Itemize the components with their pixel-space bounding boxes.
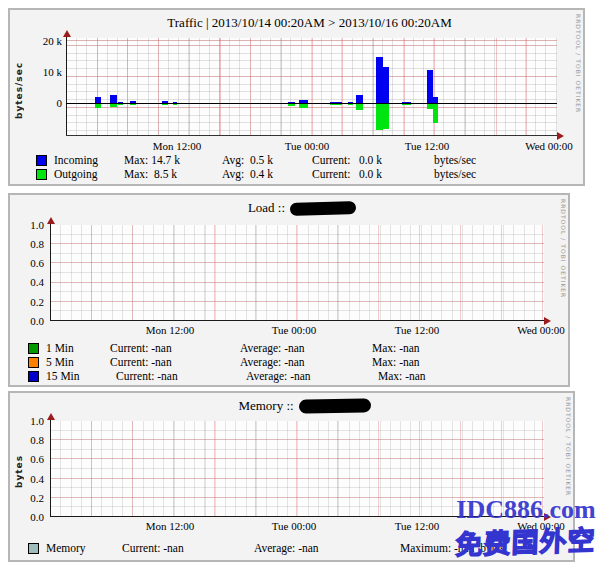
y-tick-20k: 20 k xyxy=(30,35,62,47)
memory-title: Memory :: xyxy=(23,398,586,414)
incoming-bar xyxy=(433,97,438,103)
y-tick: 0.8 xyxy=(18,434,44,446)
incoming-bar xyxy=(402,102,411,103)
x-tick-tue12: Tue 12:00 xyxy=(385,324,449,336)
memory-legend: Memory Current: -nan Average: -nan Maxim… xyxy=(28,541,504,555)
incoming-bar xyxy=(173,102,177,103)
y-tick: 0.4 xyxy=(18,473,44,485)
redaction-blob xyxy=(290,201,356,216)
y-tick: 0.4 xyxy=(18,276,44,288)
incoming-bar xyxy=(130,101,136,103)
y-tick-10k: 10 k xyxy=(30,66,62,78)
legend-avg: Avg: 0.4 k xyxy=(222,168,312,180)
incoming-bar xyxy=(95,97,101,103)
legend-average: Average: -nan xyxy=(246,370,378,382)
incoming-bar xyxy=(288,102,295,103)
y-axis-arrow-icon xyxy=(63,26,71,37)
traffic-plot xyxy=(66,38,557,136)
legend-current: Current: 0.0 k xyxy=(312,154,434,166)
outgoing-bar xyxy=(356,104,363,110)
y-axis-line xyxy=(66,33,67,136)
x-axis-line xyxy=(50,320,544,321)
y-tick-0: 0 xyxy=(30,97,62,109)
y-tick: 0.6 xyxy=(18,257,44,269)
y-tick: 1.0 xyxy=(18,219,44,231)
5min-swatch-icon xyxy=(28,357,39,368)
incoming-bar xyxy=(118,102,123,103)
legend-label: 5 Min xyxy=(46,356,110,368)
legend-unit: bytes/sec xyxy=(434,168,476,180)
zero-line xyxy=(66,103,557,104)
legend-label: 1 Min xyxy=(46,342,110,354)
legend-row-memory: Memory Current: -nan Average: -nan Maxim… xyxy=(28,541,504,555)
y-axis-line xyxy=(50,220,51,321)
legend-max: Max: -nan xyxy=(372,356,420,368)
outgoing-bar xyxy=(162,104,168,105)
y-tick: 0.6 xyxy=(18,453,44,465)
redaction-blob xyxy=(299,398,371,413)
y-axis-line xyxy=(50,416,51,517)
1min-swatch-icon xyxy=(28,343,39,354)
outgoing-bar xyxy=(348,104,353,105)
legend-row-1min: 1 Min Current: -nan Average: -nan Max: -… xyxy=(28,341,426,355)
y-tick: 1.0 xyxy=(18,415,44,427)
15min-swatch-icon xyxy=(28,371,39,382)
load-title: Load :: xyxy=(23,200,581,216)
load-plot xyxy=(50,225,544,321)
legend-label: Incoming xyxy=(54,154,124,166)
legend-label: 15 Min xyxy=(46,370,116,382)
x-tick-mon12: Mon 12:00 xyxy=(138,520,202,532)
x-tick-mon12: Mon 12:00 xyxy=(138,324,202,336)
legend-label: Memory xyxy=(46,542,122,554)
traffic-legend: Incoming Max: 14.7 k Avg: 0.5 k Current:… xyxy=(36,153,476,181)
outgoing-bar xyxy=(433,104,438,123)
x-tick-tue00: Tue 00:00 xyxy=(262,324,326,336)
legend-row-15min: 15 Min Current: -nan Average: -nan Max: … xyxy=(28,369,426,383)
legend-avg: Avg: 0.5 k xyxy=(222,154,312,166)
legend-row-5min: 5 Min Current: -nan Average: -nan Max: -… xyxy=(28,355,426,369)
legend-unit: bytes/sec xyxy=(434,154,476,166)
outgoing-bar xyxy=(402,104,411,105)
legend-current: Current: -nan xyxy=(110,342,240,354)
x-tick-mon12: Mon 12:00 xyxy=(145,140,209,152)
x-tick-tue00: Tue 00:00 xyxy=(262,520,326,532)
legend-current: Current: -nan xyxy=(122,542,254,554)
legend-current: Current: -nan xyxy=(116,370,246,382)
rrdtool-graphs-page: Traffic | 2013/10/14 00:20AM > 2013/10/1… xyxy=(0,0,600,565)
incoming-bar xyxy=(348,102,353,103)
legend-average: Average: -nan xyxy=(240,342,372,354)
y-tick: 0.8 xyxy=(18,238,44,250)
outgoing-bar xyxy=(330,104,342,105)
x-tick-wed00: Wed 00:00 xyxy=(509,324,573,336)
legend-max: Max: -nan xyxy=(372,342,420,354)
incoming-swatch-icon xyxy=(36,155,47,166)
x-tick-wed00: Wed 00:00 xyxy=(517,140,581,152)
outgoing-bar xyxy=(118,104,123,105)
incoming-bar xyxy=(162,101,168,103)
incoming-bar xyxy=(383,67,389,103)
traffic-y-axis-label: bytes/sec xyxy=(14,42,24,138)
outgoing-bar xyxy=(130,104,136,105)
outgoing-bar xyxy=(110,104,117,107)
legend-average: Average: -nan xyxy=(254,542,400,554)
site-watermark-caption: 免费国外空间 xyxy=(449,518,600,565)
load-legend: 1 Min Current: -nan Average: -nan Max: -… xyxy=(28,341,426,383)
incoming-bar xyxy=(110,95,117,103)
memory-swatch-icon xyxy=(28,543,39,554)
y-tick: 0.2 xyxy=(18,492,44,504)
legend-current: Current: 0.0 k xyxy=(312,168,434,180)
legend-max: Max: 14.7 k xyxy=(124,154,222,166)
legend-row-incoming: Incoming Max: 14.7 k Avg: 0.5 k Current:… xyxy=(36,153,476,167)
load-graph-panel: Load :: RRDTOOL / TOBI OETIKER 1.0 0.8 0… xyxy=(8,193,570,387)
legend-average: Average: -nan xyxy=(240,356,372,368)
x-axis-arrow-icon xyxy=(557,132,568,140)
y-tick: 0.0 xyxy=(18,315,44,327)
outgoing-bar xyxy=(376,104,383,130)
y-tick: 0.0 xyxy=(18,511,44,523)
legend-row-outgoing: Outgoing Max: 8.5 k Avg: 0.4 k Current: … xyxy=(36,167,476,181)
traffic-graph-panel: Traffic | 2013/10/14 00:20AM > 2013/10/1… xyxy=(8,8,585,186)
y-tick: 0.2 xyxy=(18,296,44,308)
y-axis-arrow-icon xyxy=(47,213,55,224)
x-tick-tue12: Tue 12:00 xyxy=(395,140,459,152)
x-tick-tue12: Tue 12:00 xyxy=(385,520,449,532)
